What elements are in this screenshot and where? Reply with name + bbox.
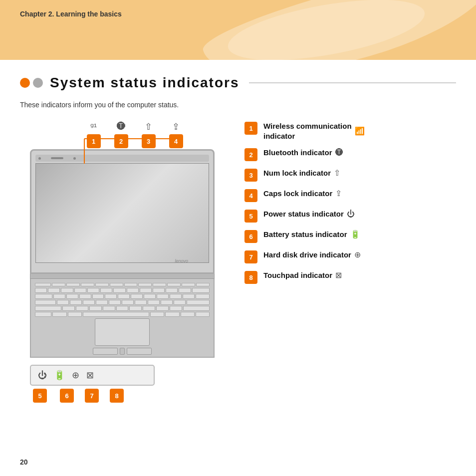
item-badge-6: 6 <box>244 230 257 243</box>
laptop-screen: lenovo <box>35 163 209 263</box>
badge-8: 8 <box>110 389 124 403</box>
key-f <box>96 300 108 305</box>
indicator-item-3: 3 Num lock indicator ⇧ <box>244 168 456 182</box>
key-backspace <box>192 288 210 293</box>
item-icon-1: 📶 <box>355 126 365 136</box>
key-h <box>122 300 134 305</box>
key-l <box>161 300 173 305</box>
item-badge-4: 4 <box>244 189 257 202</box>
key-comma <box>156 306 169 311</box>
laptop-keyboard-bezel <box>30 279 215 358</box>
key-g <box>109 300 121 305</box>
key-k <box>148 300 160 305</box>
screen-indicator-dot-2 <box>73 157 76 160</box>
key-f3 <box>81 283 94 286</box>
fn-key-row <box>35 283 210 286</box>
indicator-item-5: 5 Power status indicator ⏻ <box>244 209 456 223</box>
item-text-3: Num lock indicator <box>263 168 331 178</box>
item-icon-8: ⊠ <box>335 270 342 280</box>
key-f9 <box>167 283 181 286</box>
key-space <box>83 312 149 317</box>
key-tilde <box>35 288 47 293</box>
key-f5 <box>110 283 123 286</box>
indicator-item-4: 4 Caps lock indicator ⇪ <box>244 189 456 202</box>
key-o <box>157 294 169 299</box>
item-icon-6: 🔋 <box>350 230 360 239</box>
subtitle: These indicators inform you of the compu… <box>20 101 456 109</box>
item-badge-5: 5 <box>244 210 257 223</box>
badge-7: 7 <box>85 389 99 403</box>
key-v <box>103 306 115 311</box>
key-caps <box>35 300 56 305</box>
bottom-icon-7: ⊕ <box>72 370 79 381</box>
number-row <box>35 288 210 293</box>
indicator-item-7: 7 Hard disk drive indicator ⊕ <box>244 250 456 263</box>
indicator-item-6: 6 Battery status indicator 🔋 <box>244 230 456 243</box>
key-f6 <box>124 283 138 286</box>
title-line <box>249 82 456 83</box>
key-f8 <box>153 283 166 286</box>
key-f7 <box>138 283 152 286</box>
key-t <box>105 294 117 299</box>
indicator-item-2: 2 Bluetooth indicator 🅣 <box>244 148 456 161</box>
section-title-row: System status indicators <box>20 75 456 91</box>
screen-indicator-dot-1 <box>38 157 41 160</box>
item-icon-3: ⇧ <box>334 168 340 178</box>
item-badge-1: 1 <box>244 122 257 135</box>
item-icon-4: ⇪ <box>335 189 342 198</box>
key-esc <box>35 283 51 286</box>
top-connector-svg <box>77 136 197 166</box>
dot-orange <box>20 78 30 88</box>
key-5 <box>100 288 112 293</box>
key-f10 <box>182 283 195 286</box>
item-text-1: Wireless communicationindicator <box>263 121 352 141</box>
item-text-4: Caps lock indicator <box>263 189 332 199</box>
key-f2 <box>66 283 80 286</box>
bottom-badge-row: 5 6 7 8 <box>30 389 235 403</box>
indicators-list: 1 Wireless communicationindicator 📶 2 Bl… <box>244 121 456 403</box>
top-icon-4: ⇪ <box>162 121 190 132</box>
key-n <box>129 306 142 311</box>
touchpad-scroll <box>120 348 125 355</box>
key-u <box>131 294 143 299</box>
key-fn <box>35 312 51 317</box>
item-text-5: Power status indicator <box>263 209 344 219</box>
key-z <box>62 306 75 311</box>
key-x <box>76 306 88 311</box>
indicator-item-1: 1 Wireless communicationindicator 📶 <box>244 121 456 141</box>
chapter-title: Chapter 2. Learning the basics <box>20 10 122 18</box>
key-c <box>89 306 102 311</box>
key-f1 <box>52 283 65 286</box>
touchpad-button-row <box>93 348 152 355</box>
key-r <box>92 294 104 299</box>
key-f11 <box>196 283 210 286</box>
top-icon-row: ᵍ¹ 🅣 ⇧ ⇪ <box>80 121 235 132</box>
bottom-icon-8: ⊠ <box>86 370 94 381</box>
badge-6: 6 <box>60 389 74 403</box>
key-4 <box>87 288 99 293</box>
page-number: 20 <box>20 458 28 466</box>
key-e <box>79 294 91 299</box>
item-text-6: Battery status indicator <box>263 230 347 239</box>
key-ctrl-l <box>52 312 66 317</box>
key-2 <box>61 288 73 293</box>
key-p <box>170 294 182 299</box>
touchpad-container <box>35 318 210 355</box>
item-badge-7: 7 <box>244 250 257 263</box>
key-i <box>144 294 156 299</box>
laptop-hinge <box>30 274 215 279</box>
indicator-item-8: 8 Touchpad indicator ⊠ <box>244 270 456 284</box>
bottom-icon-5: ⏻ <box>38 370 47 381</box>
key-shift-r <box>183 306 210 311</box>
item-badge-3: 3 <box>244 169 257 182</box>
key-shift-l <box>35 306 61 311</box>
bottom-indicators-container: ⏻ 🔋 ⊕ ⊠ 5 6 7 8 <box>30 365 235 403</box>
touchpad-btn-left <box>93 348 118 355</box>
key-a <box>57 300 69 305</box>
top-icon-2: 🅣 <box>107 121 135 132</box>
laptop-diagram: ᵍ¹ 🅣 ⇧ ⇪ 1 2 3 4 <box>20 121 235 403</box>
main-content: System status indicators These indicator… <box>0 60 476 476</box>
key-arr-l <box>181 312 195 317</box>
item-badge-8: 8 <box>244 271 257 284</box>
item-badge-2: 2 <box>244 148 257 161</box>
